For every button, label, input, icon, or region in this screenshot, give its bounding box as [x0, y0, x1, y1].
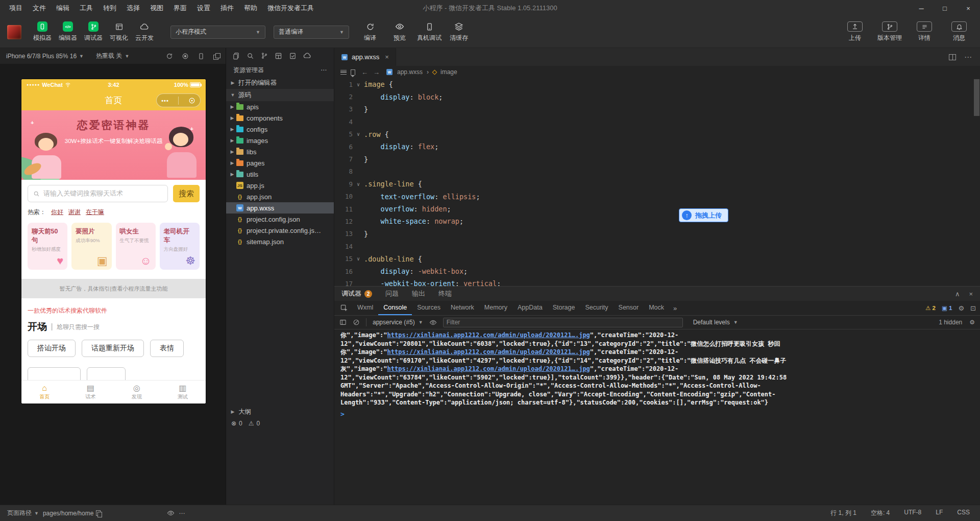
editor-toggle-button[interactable]: </> 编辑器	[55, 21, 81, 42]
page-path-dropdown[interactable]: 页面路径 ▼	[7, 509, 39, 517]
preview-button[interactable]: 预览	[386, 21, 413, 42]
drag-upload-button[interactable]: ↑ 拖拽上传	[679, 208, 728, 222]
source-section[interactable]: ▼ 源码	[226, 89, 334, 101]
more-actions-icon[interactable]: ⋯	[964, 53, 972, 62]
cursor-position[interactable]: 行 1, 列 1	[830, 509, 856, 517]
nav-back-icon[interactable]: ←	[361, 68, 368, 76]
menu-view[interactable]: 视图	[145, 0, 168, 16]
tab-home[interactable]: ⌂ 首页	[21, 381, 67, 404]
hot-link[interactable]: 谢谢	[68, 208, 81, 217]
tree-item-configs[interactable]: ▶configs	[226, 124, 334, 135]
minimize-button[interactable]: ─	[910, 0, 933, 16]
chip-button[interactable]: 话题重新开场	[82, 340, 144, 357]
ad-placeholder[interactable]: 暂无广告，具体指引|查看小程序流量主功能	[21, 279, 206, 298]
console-output[interactable]: 你","image":"https://xinlianai.app1212.co…	[334, 329, 980, 505]
menu-settings[interactable]: 设置	[192, 0, 215, 16]
clear-cache-button[interactable]: 清缓存	[445, 21, 473, 42]
tree-item-images[interactable]: ▶images	[226, 135, 334, 146]
menu-select[interactable]: 选择	[121, 0, 145, 16]
menu-tools[interactable]: 工具	[75, 0, 98, 16]
tab-discover[interactable]: ◎ 发现	[114, 381, 160, 404]
console-filter-input[interactable]: Filter	[443, 318, 683, 327]
card-driver[interactable]: 老司机开车 方向盘握好 ☸	[160, 223, 200, 270]
card-chat-opener[interactable]: 聊天前50句 秒增加好感度 ♥	[28, 223, 67, 270]
git-branch-icon[interactable]	[261, 52, 268, 59]
maximize-button[interactable]: □	[933, 0, 957, 16]
breadcrumb-file[interactable]: app.wxss	[397, 68, 423, 76]
restart-icon[interactable]	[166, 53, 173, 60]
tree-item-pages[interactable]: ▶pages	[226, 157, 334, 169]
search-input[interactable]: 请输入关键词搜索聊天话术	[28, 185, 168, 202]
more-actions-icon[interactable]: ⋯	[321, 66, 327, 74]
promo-text[interactable]: 一款优秀的话术搜索代聊软件	[28, 306, 200, 315]
bookmark-icon[interactable]	[351, 69, 355, 75]
menu-edit[interactable]: 编辑	[51, 0, 75, 16]
console-settings-icon[interactable]: ⚙	[969, 319, 975, 326]
tree-item-app-js[interactable]: JSapp.js	[226, 180, 334, 191]
eye-icon[interactable]	[429, 319, 437, 326]
menu-help[interactable]: 帮助	[239, 0, 262, 16]
tree-item-utils[interactable]: ▶utils	[226, 169, 334, 180]
tree-item-components[interactable]: ▶components	[226, 112, 334, 124]
chip-button[interactable]: 搭讪开场	[28, 340, 76, 357]
banner[interactable]: 恋爱密语神器 30W+撩妹话术一键复制解决尬聊话题 + +	[21, 110, 206, 180]
more-icon[interactable]: •••	[161, 98, 169, 104]
card-photo[interactable]: 要照片 成功率90% ▣	[71, 223, 111, 270]
menu-plugins[interactable]: 插件	[215, 0, 239, 16]
console-link[interactable]: https://xinlianai.app1212.com/admin/uplo…	[387, 348, 590, 356]
compile-button[interactable]: 编译	[356, 21, 384, 42]
tab-problems[interactable]: 问题	[385, 289, 399, 298]
hot-reload-toggle[interactable]: 热重载 关	[96, 52, 122, 60]
tab-security[interactable]: Security	[580, 301, 613, 315]
visibility-icon[interactable]	[167, 509, 175, 517]
simulator-toggle-button[interactable]: 模拟器	[30, 21, 55, 42]
chip-button[interactable]: 表情	[150, 340, 184, 357]
tree-item-app-wxss[interactable]: Wapp.wxss	[226, 202, 334, 214]
compile-mode-dropdown[interactable]: 普通编译 ▼	[274, 26, 349, 39]
tree-item-apis[interactable]: ▶apis	[226, 101, 334, 112]
tab-sources[interactable]: Sources	[412, 301, 446, 315]
inspect-icon[interactable]	[340, 304, 348, 312]
upload-button[interactable]: 上传	[841, 21, 869, 42]
messages-count[interactable]: ▣ 1	[942, 304, 952, 312]
tab-output[interactable]: 输出	[412, 289, 425, 298]
menu-devtools[interactable]: 微信开发者工具	[262, 0, 319, 16]
close-button[interactable]: ×	[957, 0, 980, 16]
copy-icon[interactable]	[96, 510, 102, 516]
more-actions-icon[interactable]: ⋯	[179, 510, 185, 517]
execution-context-dropdown[interactable]: appservice (#5) ▼	[373, 319, 423, 326]
search-button[interactable]: 搜索	[173, 185, 200, 202]
hidden-count[interactable]: 1 hidden	[939, 319, 962, 326]
tab-app-wxss[interactable]: W app.wxss ×	[334, 48, 396, 66]
clear-console-icon[interactable]	[353, 319, 360, 326]
user-avatar[interactable]	[7, 25, 21, 39]
warnings-count[interactable]: ⚠ 2	[925, 304, 936, 312]
log-levels-dropdown[interactable]: Default levels ▼	[693, 319, 738, 326]
hot-link[interactable]: 在干嘛	[86, 208, 104, 217]
cloud-icon[interactable]	[303, 52, 311, 60]
more-tabs-icon[interactable]: »	[669, 304, 681, 312]
editor-scrollbar[interactable]	[974, 79, 979, 116]
tab-scripts[interactable]: ▤ 话术	[67, 381, 113, 404]
problems-counts[interactable]: ⊗0 ⚠0	[226, 418, 334, 429]
tab-wxml[interactable]: Wxml	[352, 301, 378, 315]
devtools-settings-icon[interactable]: ⚙	[958, 304, 964, 312]
menu-project[interactable]: 项目	[4, 0, 28, 16]
pages-icon[interactable]	[232, 52, 240, 60]
outline-list-icon[interactable]	[340, 70, 347, 75]
tab-terminal[interactable]: 终端	[438, 289, 452, 298]
device-selector[interactable]: iPhone 6/7/8 Plus 85% 16	[6, 53, 77, 60]
layout-icon[interactable]	[275, 52, 282, 60]
close-tab-icon[interactable]: ×	[385, 53, 389, 61]
menu-file[interactable]: 文件	[28, 0, 51, 16]
page-path-value[interactable]: pages/home/home	[43, 510, 102, 517]
console-link[interactable]: https://xinlianai.app1212.com/admin/uplo…	[387, 331, 590, 339]
encoding[interactable]: UTF-8	[904, 509, 921, 517]
outline-section[interactable]: ▶ 大纲	[226, 406, 334, 418]
record-icon[interactable]	[182, 53, 189, 60]
tree-item-libs[interactable]: ▶libs	[226, 146, 334, 157]
device-debug-button[interactable]: 真机调试	[415, 21, 443, 42]
debugger-toggle-button[interactable]: 调试器	[81, 21, 106, 42]
split-editor-icon[interactable]	[949, 54, 956, 60]
eol[interactable]: LF	[936, 509, 943, 517]
